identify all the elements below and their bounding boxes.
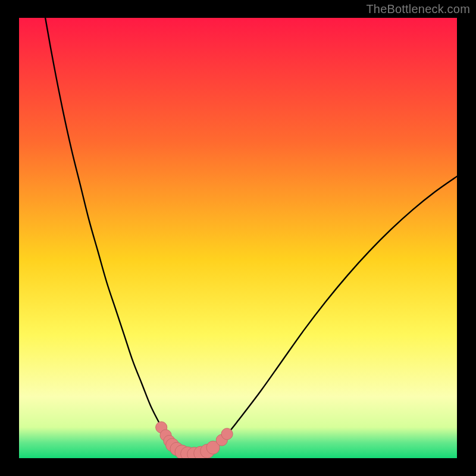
plot-background — [19, 18, 457, 458]
watermark-text: TheBottleneck.com — [366, 2, 470, 16]
data-marker — [221, 428, 233, 440]
chart-frame: TheBottleneck.com — [0, 0, 476, 476]
bottleneck-chart — [0, 0, 476, 476]
